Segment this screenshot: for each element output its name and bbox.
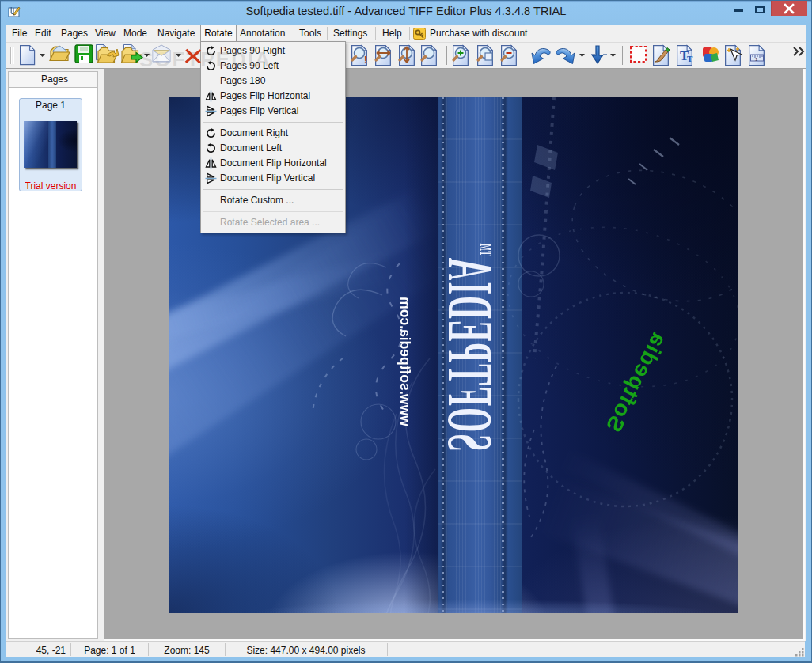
svg-text:!: ! <box>364 55 367 66</box>
svg-text:T: T <box>687 54 693 63</box>
